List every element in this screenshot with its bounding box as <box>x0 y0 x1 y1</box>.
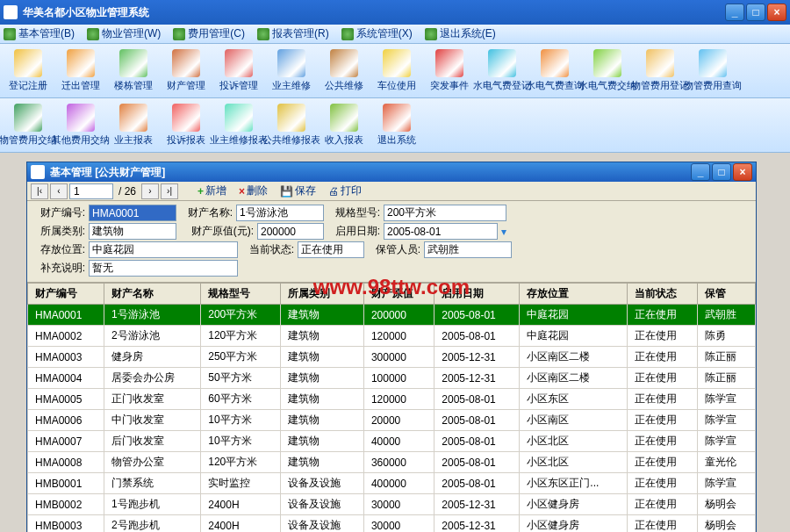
table-cell: 正在使用 <box>627 494 697 515</box>
field-usedate[interactable] <box>384 223 498 240</box>
table-row[interactable]: HMA00011号游泳池200平方米建筑物2000002005-08-01中庭花… <box>28 305 756 326</box>
col-header[interactable]: 财产名称 <box>104 284 201 305</box>
usedate-dropdown-icon[interactable]: ▾ <box>501 226 506 238</box>
table-row[interactable]: HMA0006中门收发室10平方米建筑物200002005-08-01小区南区正… <box>28 410 756 431</box>
table-row[interactable]: HMB00032号跑步机2400H设备及设施300002005-12-31小区健… <box>28 515 756 533</box>
tool-退出系统[interactable]: 退出系统 <box>370 102 423 148</box>
child-titlebar: 基本管理 [公共财产管理] _ □ × <box>27 162 756 182</box>
table-cell: 建筑物 <box>280 305 363 326</box>
first-page-button[interactable]: |‹ <box>31 183 48 199</box>
table-cell: 250平方米 <box>201 347 280 368</box>
next-page-button[interactable]: › <box>141 183 159 199</box>
table-cell: 陈学宣 <box>698 431 756 452</box>
tool-水电气费查询[interactable]: 水电气费查询 <box>528 47 581 94</box>
table-cell: 2005-12-31 <box>434 494 520 515</box>
tool-label: 公共维修报表 <box>262 133 320 147</box>
tool-车位使用[interactable]: 车位使用 <box>370 47 423 94</box>
tool-物管费用查询[interactable]: 物管费用查询 <box>686 47 739 94</box>
table-cell: 杨明会 <box>698 494 756 515</box>
table-cell: 2005-08-01 <box>434 431 520 452</box>
col-header[interactable]: 存放位置 <box>520 284 628 305</box>
minimize-button[interactable]: _ <box>725 4 744 21</box>
field-name[interactable] <box>236 205 324 221</box>
col-header[interactable]: 财产原值 <box>363 284 434 305</box>
field-status[interactable] <box>298 241 364 258</box>
menu-item-2[interactable]: 费用管理(C) <box>173 26 245 41</box>
menu-icon <box>4 28 16 40</box>
close-button[interactable]: × <box>767 4 786 21</box>
tool-水电气费交纳[interactable]: 水电气费交纳 <box>581 47 634 94</box>
tool-投诉管理[interactable]: 投诉管理 <box>212 47 265 94</box>
save-button[interactable]: 💾保存 <box>275 183 321 199</box>
tool-公共维修报表[interactable]: 公共维修报表 <box>265 102 318 148</box>
table-row[interactable]: HMA0005正门收发室60平方米建筑物1200002005-08-01小区东区… <box>28 389 756 410</box>
tool-icon <box>541 49 569 77</box>
tool-icon <box>172 49 200 77</box>
field-cat[interactable] <box>89 223 176 240</box>
grid-wrap[interactable]: 财产编号财产名称规格型号所属类别财产原值启用日期存放位置当前状态保管 HMA00… <box>27 283 756 532</box>
tool-业主报表[interactable]: 业主报表 <box>107 102 160 148</box>
menu-icon <box>173 28 185 40</box>
tool-其他费用交纳[interactable]: 其他费用交纳 <box>54 102 107 148</box>
tool-水电气费登记[interactable]: 水电气费登记 <box>476 47 528 94</box>
tool-业主维修[interactable]: 业主维修 <box>265 47 318 94</box>
table-cell: 2005-12-31 <box>434 515 520 533</box>
child-maximize-button[interactable]: □ <box>712 163 731 181</box>
print-button[interactable]: 🖨打印 <box>323 183 367 199</box>
col-header[interactable]: 保管 <box>698 284 756 305</box>
table-cell: HMB0001 <box>28 473 104 494</box>
child-minimize-button[interactable]: _ <box>691 163 710 181</box>
table-row[interactable]: HMB0001门禁系统实时监控设备及设施4000002005-08-01小区东区… <box>28 473 756 494</box>
table-cell: 2005-08-01 <box>434 326 520 347</box>
tool-登记注册[interactable]: 登记注册 <box>2 47 54 94</box>
last-page-button[interactable]: ›| <box>161 183 178 199</box>
table-row[interactable]: HMA0004居委会办公房50平方米建筑物1000002005-12-31小区南… <box>28 368 756 389</box>
col-header[interactable]: 启用日期 <box>434 284 520 305</box>
tool-物管费用交纳[interactable]: 物管费用交纳 <box>2 102 54 148</box>
table-row[interactable]: HMA00022号游泳池120平方米建筑物1200002005-08-01中庭花… <box>28 326 756 347</box>
menu-item-4[interactable]: 系统管理(X) <box>341 26 413 41</box>
menu-item-0[interactable]: 基本管理(B) <box>4 26 75 41</box>
field-loc[interactable] <box>89 241 238 258</box>
field-keeper[interactable] <box>424 241 512 258</box>
grid-header-row: 财产编号财产名称规格型号所属类别财产原值启用日期存放位置当前状态保管 <box>28 284 756 305</box>
menu-item-1[interactable]: 物业管理(W) <box>87 26 161 41</box>
col-header[interactable]: 财产编号 <box>28 284 104 305</box>
table-row[interactable]: HMB00021号跑步机2400H设备及设施300002005-12-31小区健… <box>28 494 756 515</box>
field-remark[interactable] <box>89 260 238 277</box>
table-cell: 100000 <box>363 368 434 389</box>
table-row[interactable]: HMA0008物管办公室120平方米建筑物3600002005-08-01小区北… <box>28 452 756 473</box>
col-header[interactable]: 当前状态 <box>627 284 697 305</box>
paginator: |‹ ‹ / 26 › ›| +新增 ×删除 💾保存 🖨打印 <box>27 182 756 201</box>
prev-page-button[interactable]: ‹ <box>50 183 68 199</box>
tool-迁出管理[interactable]: 迁出管理 <box>54 47 107 94</box>
table-row[interactable]: HMA0007后门收发室10平方米建筑物400002005-08-01小区北区正… <box>28 431 756 452</box>
field-orig[interactable] <box>257 223 324 240</box>
delete-button[interactable]: ×删除 <box>233 183 273 199</box>
tool-财产管理[interactable]: 财产管理 <box>160 47 212 94</box>
maximize-button[interactable]: □ <box>746 4 765 21</box>
field-spec[interactable] <box>384 205 506 221</box>
tool-楼栋管理[interactable]: 楼栋管理 <box>107 47 160 94</box>
col-header[interactable]: 所属类别 <box>280 284 363 305</box>
child-close-button[interactable]: × <box>733 163 752 181</box>
tool-收入报表[interactable]: 收入报表 <box>318 102 370 148</box>
tool-投诉报表[interactable]: 投诉报表 <box>160 102 212 148</box>
label-spec: 规格型号: <box>327 205 380 220</box>
field-code[interactable] <box>89 205 176 221</box>
child-title: 基本管理 [公共财产管理] <box>50 165 691 180</box>
label-status: 当前状态: <box>241 242 294 257</box>
table-row[interactable]: HMA0003健身房250平方米建筑物3000002005-12-31小区南区二… <box>28 347 756 368</box>
tool-label: 登记注册 <box>9 79 47 92</box>
tool-公共维修[interactable]: 公共维修 <box>318 47 370 94</box>
col-header[interactable]: 规格型号 <box>201 284 280 305</box>
tool-icon <box>383 104 411 132</box>
tool-突发事件[interactable]: 突发事件 <box>423 47 476 94</box>
table-cell: HMA0006 <box>28 410 104 431</box>
add-button[interactable]: +新增 <box>192 183 232 199</box>
tool-业主维修报表[interactable]: 业主维修报表 <box>212 102 265 148</box>
menu-item-3[interactable]: 报表管理(R) <box>257 26 329 41</box>
menu-item-5[interactable]: 退出系统(E) <box>425 26 496 41</box>
page-input[interactable] <box>69 183 113 199</box>
tool-物管费用登记[interactable]: 物管费用登记 <box>634 47 686 94</box>
